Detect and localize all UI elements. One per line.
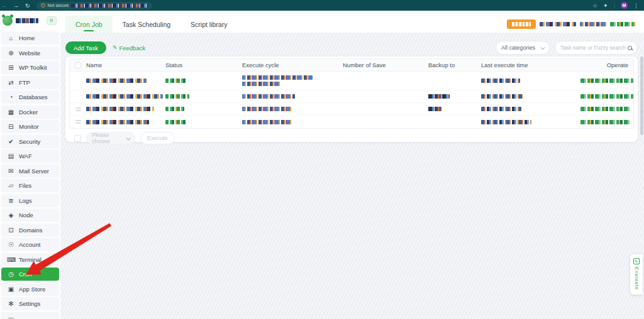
promo-badge[interactable] (507, 19, 536, 29)
redacted-text (242, 107, 291, 111)
bulk-action-placeholder: Please choose (92, 132, 126, 144)
select-all-footer-checkbox[interactable] (74, 135, 81, 142)
docker-icon: ▦ (7, 109, 15, 116)
not-secure-label: Not secure (48, 3, 69, 8)
bookmark-star-icon[interactable]: ☆ (592, 3, 597, 9)
sidebar-item-domains[interactable]: ⊡Domains (1, 224, 59, 237)
sidebar-item-label: Logs (19, 197, 32, 204)
sidebar: 0 ⌂Home⊕Website⊞WP Toolkit⇄FTP◔Databases… (0, 11, 60, 319)
sidebar-nav: ⌂Home⊕Website⊞WP Toolkit⇄FTP◔Databases▦D… (0, 30, 60, 319)
sidebar-item-waf[interactable]: ▤WAF (1, 149, 59, 163)
page-scrollbar[interactable] (640, 57, 643, 135)
category-filter-select[interactable]: All categories (496, 41, 550, 55)
sidebar-item-label: Security (19, 138, 40, 145)
redacted-text (165, 94, 189, 99)
redacted-text (428, 94, 450, 99)
sidebar-item-cron[interactable]: ◷Cron (1, 268, 59, 281)
bulk-action-select[interactable]: Please choose (86, 132, 135, 144)
add-task-button[interactable]: Add Task (65, 41, 106, 54)
drag-handle-icon[interactable] (75, 107, 86, 111)
header-right (507, 16, 635, 33)
column-header: Number of Save (343, 62, 428, 68)
tab-cron-job[interactable]: Cron Job (65, 16, 113, 33)
sidebar-item-docker[interactable]: ▦Docker (1, 105, 59, 119)
redacted-text (580, 120, 630, 124)
redacted-text (242, 120, 292, 124)
sidebar-item-label: Account (19, 241, 40, 248)
refresh-icon[interactable]: ↻ (25, 3, 30, 9)
back-icon[interactable]: ← (1, 3, 7, 9)
search-input[interactable] (560, 45, 628, 51)
execute-button[interactable]: Execute (140, 132, 175, 144)
sidebar-item-label: Terminal (19, 256, 42, 263)
header-info-redacted-2 (580, 22, 606, 26)
sidebar-item-node[interactable]: ◈Node (1, 208, 59, 222)
extensions-icon[interactable]: ✦ (603, 3, 608, 9)
shield-icon: ✔ (7, 138, 15, 145)
select-all-checkbox[interactable] (75, 62, 81, 68)
column-header: Status (165, 62, 242, 68)
redacted-text (165, 120, 187, 124)
sidebar-item-label: Home (19, 35, 35, 41)
brand-name-redacted (16, 18, 38, 23)
evaluate-tab[interactable]: ✎ Evaluate (630, 254, 643, 295)
sidebar-item-settings[interactable]: ✻Settings (1, 297, 59, 310)
address-bar[interactable]: ! Not secure (36, 2, 153, 9)
table-row[interactable] (70, 90, 633, 103)
panel-logo-icon[interactable] (3, 16, 13, 26)
sidebar-item-label: Website (19, 50, 40, 57)
evaluate-label: Evaluate (634, 267, 640, 290)
feedback-label: Feedback (119, 45, 145, 51)
sidebar-item-app-store[interactable]: ▣App Store (1, 283, 59, 296)
column-header: Name (86, 62, 165, 68)
tab-script-library[interactable]: Script library (180, 16, 237, 33)
sidebar-item-wp-toolkit[interactable]: ⊞WP Toolkit (1, 61, 59, 74)
toolkit-icon: ⊞ (7, 64, 15, 71)
sidebar-item-monitor[interactable]: ⊟Monitor (1, 120, 59, 133)
sidebar-item-label: Databases (19, 94, 47, 100)
chrome-menu-icon[interactable]: ⋮ (633, 3, 639, 9)
feedback-link[interactable]: ✎ Feedback (113, 45, 145, 51)
notification-count-badge[interactable]: 0 (47, 16, 57, 25)
redacted-text (86, 107, 154, 111)
sidebar-item-home[interactable]: ⌂Home (1, 31, 59, 45)
redacted-text (86, 120, 149, 124)
search-icon[interactable] (628, 46, 632, 50)
sidebar-item-account[interactable]: ☉Account (1, 238, 59, 251)
redacted-text (242, 75, 313, 80)
category-filter-value: All categories (501, 45, 535, 51)
sidebar-item-website[interactable]: ⊕Website (1, 46, 59, 60)
column-header: Backup to (428, 62, 481, 68)
sidebar-item-label: WP Toolkit (19, 64, 47, 71)
home-icon: ⌂ (7, 35, 15, 41)
redacted-text (481, 94, 523, 99)
drag-handle-icon[interactable] (75, 120, 86, 124)
app-store-icon: ▣ (7, 286, 15, 293)
redacted-text (580, 107, 630, 111)
sidebar-item-terminal[interactable]: ⌨Terminal (1, 253, 59, 266)
search-box (555, 41, 638, 55)
chevron-down-icon (541, 45, 545, 50)
table-row[interactable] (70, 72, 633, 90)
sidebar-item-clipped[interactable]: ▭ (1, 312, 59, 319)
cron-page: ← → ↻ ! Not secure ☆ ✦ | M ⋮ 0 ⌂Home⊕Web… (0, 0, 644, 319)
sidebar-item-security[interactable]: ✔Security (1, 135, 59, 148)
cron-table: NameStatusExecute cycleNumber of SaveBac… (69, 58, 634, 129)
redacted-text (580, 78, 633, 83)
forward-icon[interactable]: → (13, 3, 19, 9)
sidebar-item-label: WAF (19, 153, 32, 160)
sidebar-item-files[interactable]: ▱Files (1, 179, 59, 192)
sidebar-item-databases[interactable]: ◔Databases (1, 90, 59, 104)
clipped-item-icon: ▭ (7, 315, 15, 319)
browser-avatar[interactable]: M (621, 2, 628, 9)
tab-task-scheduling[interactable]: Task Scheduling (113, 16, 180, 33)
sidebar-item-mail-server[interactable]: ✉Mail Server (1, 165, 59, 178)
table-row[interactable] (70, 103, 633, 116)
table-row[interactable] (70, 116, 633, 128)
monitor-icon: ⊟ (7, 123, 15, 130)
table-header-row: NameStatusExecute cycleNumber of SaveBac… (70, 59, 633, 72)
sidebar-item-logs[interactable]: ≣Logs (1, 194, 59, 207)
tab-strip: Cron JobTask SchedulingScript library (60, 11, 644, 33)
sidebar-item-ftp[interactable]: ⇄FTP (1, 76, 59, 89)
cron-table-card: NameStatusExecute cycleNumber of SaveBac… (65, 57, 638, 142)
